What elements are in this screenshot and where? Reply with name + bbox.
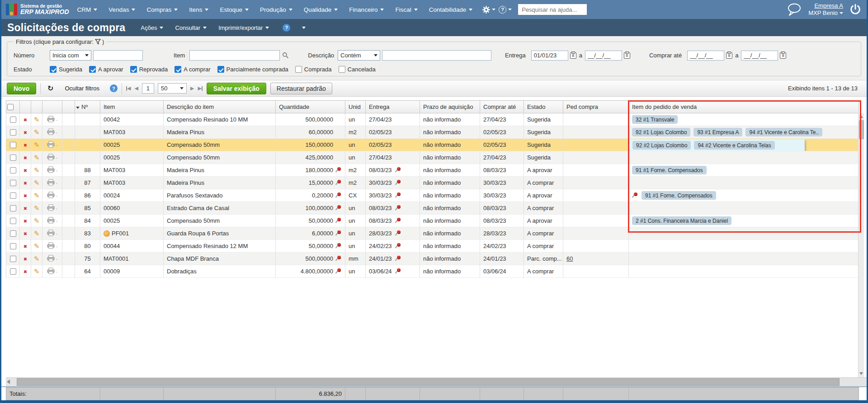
estado-filter-checkbox[interactable]: Cancelada	[339, 66, 376, 73]
edit-icon[interactable]: ✎	[34, 154, 40, 161]
print-options-dot[interactable]: .	[56, 205, 57, 210]
grid-help-button[interactable]: ?	[110, 84, 118, 92]
ocultar-filtros-button[interactable]: Ocultar filtros	[60, 83, 104, 94]
user-menu[interactable]: MXP Benio	[808, 9, 843, 17]
menu-producao[interactable]: Produção	[260, 6, 292, 13]
calendar-icon[interactable]: 8	[570, 52, 576, 59]
menu-qualidade[interactable]: Qualidade	[304, 6, 338, 13]
delete-icon[interactable]: ✖	[24, 155, 27, 160]
estado-filter-checkbox[interactable]: Comprada	[295, 66, 332, 73]
delete-icon[interactable]: ✖	[24, 257, 27, 262]
entrega-to-input[interactable]: __/__/__	[585, 51, 622, 61]
print-options-dot[interactable]: .	[56, 179, 57, 185]
print-options-dot[interactable]: .	[56, 230, 57, 235]
delete-icon[interactable]: ✖	[24, 244, 27, 249]
column-header-descricao[interactable]: Descrição do item	[164, 101, 276, 113]
checkbox-icon[interactable]	[217, 66, 224, 73]
print-icon[interactable]: .	[47, 128, 57, 135]
print-icon[interactable]: .	[47, 230, 57, 236]
menu-financeiro[interactable]: Financeiro	[349, 6, 384, 13]
edit-icon[interactable]: ✎	[34, 230, 40, 237]
estado-filter-checkbox[interactable]: A comprar	[175, 66, 210, 73]
page-number-input[interactable]: 1	[142, 83, 154, 94]
delete-icon[interactable]: ✖	[24, 117, 27, 122]
sales-order-pill[interactable]: 94 #1 Vicente e Carolina Te..	[745, 128, 822, 136]
table-row[interactable]: ✖ ✎ . 00025 Compensado 50mm 150,00000 un…	[6, 139, 859, 151]
next-page-button[interactable]: ▶	[190, 85, 194, 91]
print-icon[interactable]: .	[47, 179, 57, 186]
first-page-button[interactable]: ◀	[126, 85, 131, 91]
horizontal-scroll-thumb[interactable]	[17, 378, 840, 386]
menu-fiscal[interactable]: Fiscal	[395, 6, 417, 13]
sales-order-pill[interactable]: 92 #2 Lojas Colombo	[632, 141, 691, 150]
print-icon[interactable]: .	[47, 255, 57, 262]
numero-operator-select[interactable]: Inicia com	[50, 50, 91, 61]
table-row[interactable]: ✖ ✎ . 87 MAT003 Madeira Pinus 15,00000 m…	[6, 177, 859, 189]
last-page-button[interactable]: ▶	[198, 85, 202, 91]
column-header-comprar-ate[interactable]: Comprar até	[480, 101, 524, 113]
delete-icon[interactable]: ✖	[24, 206, 27, 211]
vertical-scroll-thumb[interactable]	[859, 120, 864, 139]
calendar-icon[interactable]: 8	[726, 52, 732, 59]
table-row[interactable]: ✖ ✎ . 00025 Compensado 50mm 425,00000 un…	[6, 151, 859, 164]
item-input[interactable]	[189, 50, 280, 61]
row-checkbox[interactable]	[10, 155, 16, 161]
sales-order-pill[interactable]: 32 #1 Transvale	[632, 115, 678, 124]
column-header-estado[interactable]: Estado	[524, 101, 563, 113]
delete-icon[interactable]: ✖	[24, 143, 27, 148]
row-checkbox[interactable]	[10, 218, 16, 224]
calendar-icon[interactable]: 8	[624, 52, 630, 59]
horizontal-scrollbar[interactable]	[6, 377, 867, 386]
page-size-select[interactable]: 50	[158, 83, 187, 94]
filters-legend[interactable]: Filtros (clique para configurar: )	[14, 38, 106, 45]
estado-filter-checkbox[interactable]: A aprovar	[89, 66, 123, 73]
column-header-unid[interactable]: Unid	[345, 101, 366, 113]
scroll-up-arrow[interactable]	[859, 115, 863, 118]
table-row[interactable]: ✖ ✎ . 84 00025 Compensado 50mm 50,00000 …	[6, 215, 859, 227]
row-checkbox[interactable]	[10, 256, 16, 262]
chat-icon[interactable]	[787, 3, 802, 16]
company-link[interactable]: Empresa A	[808, 2, 843, 9]
column-header-numero[interactable]: Nº	[75, 101, 100, 113]
checkbox-icon[interactable]	[339, 66, 345, 73]
sales-order-pill[interactable]: 2 #1 Cons. Financeira Marcia e Daniel	[632, 216, 731, 225]
row-checkbox[interactable]	[10, 268, 16, 275]
menu-itens[interactable]: Itens	[189, 6, 208, 13]
print-options-dot[interactable]: .	[56, 268, 57, 273]
refresh-icon[interactable]: ↻	[45, 84, 56, 93]
menu-estoque[interactable]: Estoque	[220, 6, 249, 13]
table-row[interactable]: ✖ ✎ . 80 00044 Compensado Resinado 12 MM…	[6, 240, 859, 253]
table-row[interactable]: ✖ ✎ . 75 MAT0001 Chapa MDF Branca 500,00…	[6, 253, 859, 265]
delete-icon[interactable]: ✖	[24, 269, 27, 274]
row-checkbox[interactable]	[10, 230, 16, 237]
page-help-button[interactable]: ?	[281, 24, 290, 32]
prev-page-button[interactable]: ◀	[134, 85, 138, 91]
descricao-operator-select[interactable]: Contém	[338, 50, 380, 61]
vertical-scrollbar[interactable]	[858, 113, 864, 377]
table-row[interactable]: ✖ ✎ . MAT003 Madeira Pinus 60,00000 m2 0…	[6, 126, 859, 139]
column-header-quantidade[interactable]: Quantidade	[276, 101, 345, 113]
select-all-checkbox[interactable]	[7, 104, 14, 110]
menu-imprimir-exportar[interactable]: Imprimir/exportar	[218, 24, 269, 31]
menu-consultar[interactable]: Consultar	[175, 24, 207, 31]
help-search-input[interactable]	[518, 4, 587, 15]
edit-icon[interactable]: ✎	[34, 242, 40, 250]
sales-order-pill[interactable]: 92 #1 Lojas Colombo	[632, 128, 690, 136]
menu-compras[interactable]: Compras	[146, 6, 178, 13]
sales-order-pill[interactable]: 91 #1 Forne. Compensados	[632, 166, 707, 174]
edit-icon[interactable]: ✎	[34, 267, 40, 275]
edit-icon[interactable]: ✎	[34, 116, 40, 123]
logout-power-icon[interactable]	[849, 4, 861, 15]
descricao-input[interactable]	[382, 50, 491, 61]
edit-icon[interactable]: ✎	[34, 255, 40, 262]
edit-icon[interactable]: ✎	[34, 217, 40, 225]
edit-icon[interactable]: ✎	[34, 166, 40, 174]
row-checkbox[interactable]	[10, 243, 16, 249]
numero-input[interactable]	[93, 50, 143, 61]
print-options-dot[interactable]: .	[56, 217, 57, 223]
novo-button[interactable]: Novo	[7, 83, 36, 94]
print-icon[interactable]: .	[47, 242, 57, 249]
more-menu[interactable]	[302, 27, 306, 29]
print-options-dot[interactable]: .	[56, 167, 57, 172]
sales-order-pill[interactable]: 93 #1 Empresa A	[693, 128, 742, 136]
